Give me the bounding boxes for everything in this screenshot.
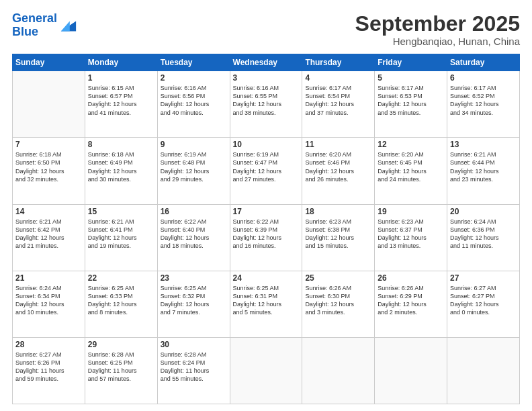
day-of-week-thursday: Thursday xyxy=(302,54,375,71)
cell-info: Sunrise: 6:16 AM Sunset: 6:56 PM Dayligh… xyxy=(161,84,227,117)
cell-info: Sunrise: 6:19 AM Sunset: 6:48 PM Dayligh… xyxy=(161,150,227,183)
cell-info: Sunrise: 6:22 AM Sunset: 6:39 PM Dayligh… xyxy=(233,218,300,250)
calendar-cell xyxy=(447,337,520,404)
cell-info: Sunrise: 6:18 AM Sunset: 6:50 PM Dayligh… xyxy=(15,150,82,183)
logo: General Blue xyxy=(12,12,77,39)
calendar-cell: 21Sunrise: 6:24 AM Sunset: 6:34 PM Dayli… xyxy=(13,271,85,337)
day-of-week-tuesday: Tuesday xyxy=(157,54,230,71)
day-of-week-friday: Friday xyxy=(375,54,447,71)
cell-info: Sunrise: 6:23 AM Sunset: 6:38 PM Dayligh… xyxy=(305,218,371,250)
calendar-cell: 9Sunrise: 6:19 AM Sunset: 6:48 PM Daylig… xyxy=(157,138,230,204)
cell-info: Sunrise: 6:20 AM Sunset: 6:45 PM Dayligh… xyxy=(378,150,444,183)
calendar-cell: 30Sunrise: 6:28 AM Sunset: 6:24 PM Dayli… xyxy=(157,337,230,404)
location-subtitle: Hengbanqiao, Hunan, China xyxy=(355,36,520,47)
calendar-cell: 12Sunrise: 6:20 AM Sunset: 6:45 PM Dayli… xyxy=(375,138,447,204)
calendar-cell xyxy=(375,337,447,404)
cell-info: Sunrise: 6:26 AM Sunset: 6:29 PM Dayligh… xyxy=(378,284,444,317)
day-number: 4 xyxy=(305,73,371,83)
calendar-cell: 22Sunrise: 6:25 AM Sunset: 6:33 PM Dayli… xyxy=(85,271,157,337)
calendar-week-3: 14Sunrise: 6:21 AM Sunset: 6:42 PM Dayli… xyxy=(13,204,520,271)
calendar-week-2: 7Sunrise: 6:18 AM Sunset: 6:50 PM Daylig… xyxy=(13,138,520,204)
day-number: 29 xyxy=(88,340,154,349)
day-number: 13 xyxy=(450,140,517,149)
calendar-cell: 18Sunrise: 6:23 AM Sunset: 6:38 PM Dayli… xyxy=(302,204,375,271)
day-number: 21 xyxy=(15,273,82,283)
calendar-week-5: 28Sunrise: 6:27 AM Sunset: 6:26 PM Dayli… xyxy=(13,337,520,404)
day-number: 23 xyxy=(161,273,227,283)
cell-info: Sunrise: 6:25 AM Sunset: 6:31 PM Dayligh… xyxy=(233,284,300,317)
day-number: 11 xyxy=(305,140,371,149)
calendar-cell: 16Sunrise: 6:22 AM Sunset: 6:40 PM Dayli… xyxy=(157,204,230,271)
logo-line1: General xyxy=(12,11,57,25)
day-number: 3 xyxy=(233,73,300,83)
calendar-cell: 19Sunrise: 6:23 AM Sunset: 6:37 PM Dayli… xyxy=(375,204,447,271)
calendar-cell: 11Sunrise: 6:20 AM Sunset: 6:46 PM Dayli… xyxy=(302,138,375,204)
day-of-week-wednesday: Wednesday xyxy=(230,54,302,71)
logo-text: General Blue xyxy=(12,12,57,39)
cell-info: Sunrise: 6:24 AM Sunset: 6:36 PM Dayligh… xyxy=(450,218,517,250)
calendar-week-1: 1Sunrise: 6:15 AM Sunset: 6:57 PM Daylig… xyxy=(13,71,520,138)
day-of-week-sunday: Sunday xyxy=(13,54,85,71)
day-number: 6 xyxy=(450,73,517,83)
day-number: 25 xyxy=(305,273,371,283)
day-number: 1 xyxy=(88,73,154,83)
calendar-cell: 4Sunrise: 6:17 AM Sunset: 6:54 PM Daylig… xyxy=(302,71,375,138)
cell-info: Sunrise: 6:15 AM Sunset: 6:57 PM Dayligh… xyxy=(88,84,154,117)
calendar-cell: 7Sunrise: 6:18 AM Sunset: 6:50 PM Daylig… xyxy=(13,138,85,204)
day-number: 8 xyxy=(88,140,154,149)
calendar-cell: 20Sunrise: 6:24 AM Sunset: 6:36 PM Dayli… xyxy=(447,204,520,271)
day-number: 7 xyxy=(15,140,82,149)
cell-info: Sunrise: 6:28 AM Sunset: 6:24 PM Dayligh… xyxy=(161,351,227,383)
day-number: 20 xyxy=(450,207,517,216)
cell-info: Sunrise: 6:22 AM Sunset: 6:40 PM Dayligh… xyxy=(161,218,227,250)
cell-info: Sunrise: 6:21 AM Sunset: 6:44 PM Dayligh… xyxy=(450,150,517,183)
calendar-week-4: 21Sunrise: 6:24 AM Sunset: 6:34 PM Dayli… xyxy=(13,271,520,337)
cell-info: Sunrise: 6:17 AM Sunset: 6:54 PM Dayligh… xyxy=(305,84,371,117)
logo-line2: Blue xyxy=(12,25,38,38)
day-number: 26 xyxy=(378,273,444,283)
calendar-cell xyxy=(13,71,85,138)
calendar-table: SundayMondayTuesdayWednesdayThursdayFrid… xyxy=(12,54,520,404)
calendar-cell: 26Sunrise: 6:26 AM Sunset: 6:29 PM Dayli… xyxy=(375,271,447,337)
calendar-cell xyxy=(230,337,302,404)
page: General Blue September 2025 Hengbanqiao,… xyxy=(0,0,532,411)
logo-icon xyxy=(58,16,77,35)
month-title: September 2025 xyxy=(355,12,520,36)
header: General Blue September 2025 Hengbanqiao,… xyxy=(12,12,520,47)
cell-info: Sunrise: 6:25 AM Sunset: 6:32 PM Dayligh… xyxy=(161,284,227,317)
day-number: 22 xyxy=(88,273,154,283)
calendar-cell: 23Sunrise: 6:25 AM Sunset: 6:32 PM Dayli… xyxy=(157,271,230,337)
day-number: 17 xyxy=(233,207,300,216)
day-number: 12 xyxy=(378,140,444,149)
day-number: 19 xyxy=(378,207,444,216)
day-number: 27 xyxy=(450,273,517,283)
calendar-cell xyxy=(302,337,375,404)
calendar-cell: 29Sunrise: 6:28 AM Sunset: 6:25 PM Dayli… xyxy=(85,337,157,404)
day-number: 28 xyxy=(15,340,82,349)
cell-info: Sunrise: 6:26 AM Sunset: 6:30 PM Dayligh… xyxy=(305,284,371,317)
cell-info: Sunrise: 6:27 AM Sunset: 6:27 PM Dayligh… xyxy=(450,284,517,317)
cell-info: Sunrise: 6:18 AM Sunset: 6:49 PM Dayligh… xyxy=(88,150,154,183)
day-number: 24 xyxy=(233,273,300,283)
calendar-cell: 8Sunrise: 6:18 AM Sunset: 6:49 PM Daylig… xyxy=(85,138,157,204)
cell-info: Sunrise: 6:21 AM Sunset: 6:41 PM Dayligh… xyxy=(88,218,154,250)
calendar-cell: 15Sunrise: 6:21 AM Sunset: 6:41 PM Dayli… xyxy=(85,204,157,271)
cell-info: Sunrise: 6:27 AM Sunset: 6:26 PM Dayligh… xyxy=(15,351,82,383)
day-number: 15 xyxy=(88,207,154,216)
calendar-cell: 13Sunrise: 6:21 AM Sunset: 6:44 PM Dayli… xyxy=(447,138,520,204)
day-number: 16 xyxy=(161,207,227,216)
svg-marker-1 xyxy=(61,21,70,31)
calendar-cell: 17Sunrise: 6:22 AM Sunset: 6:39 PM Dayli… xyxy=(230,204,302,271)
day-number: 30 xyxy=(161,340,227,349)
cell-info: Sunrise: 6:17 AM Sunset: 6:52 PM Dayligh… xyxy=(450,84,517,117)
cell-info: Sunrise: 6:19 AM Sunset: 6:47 PM Dayligh… xyxy=(233,150,300,183)
calendar-cell: 6Sunrise: 6:17 AM Sunset: 6:52 PM Daylig… xyxy=(447,71,520,138)
cell-info: Sunrise: 6:20 AM Sunset: 6:46 PM Dayligh… xyxy=(305,150,371,183)
day-number: 18 xyxy=(305,207,371,216)
title-block: September 2025 Hengbanqiao, Hunan, China xyxy=(355,12,520,47)
calendar-cell: 25Sunrise: 6:26 AM Sunset: 6:30 PM Dayli… xyxy=(302,271,375,337)
calendar-cell: 1Sunrise: 6:15 AM Sunset: 6:57 PM Daylig… xyxy=(85,71,157,138)
cell-info: Sunrise: 6:24 AM Sunset: 6:34 PM Dayligh… xyxy=(15,284,82,317)
day-number: 10 xyxy=(233,140,300,149)
day-number: 14 xyxy=(15,207,82,216)
